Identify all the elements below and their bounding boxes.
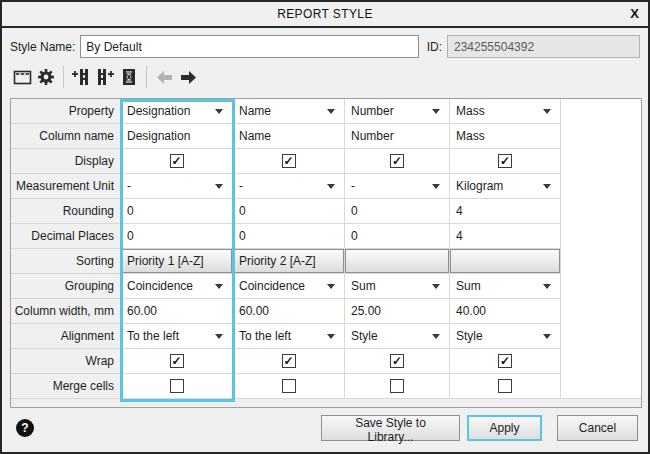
field-value: 0	[239, 204, 246, 218]
chevron-down-icon	[215, 334, 223, 339]
row-label-alignment: Alignment	[11, 324, 121, 349]
field-value: 60.00	[127, 304, 157, 318]
checkbox-wrap-mass[interactable]: ✓	[498, 354, 512, 368]
sorting-button-number[interactable]	[345, 249, 449, 273]
id-field: 234255504392	[447, 35, 640, 58]
checkbox-merge-cells-designation[interactable]	[170, 379, 184, 393]
checkbox-merge-cells-mass[interactable]	[498, 379, 512, 393]
cell-wrap-designation: ✓	[121, 349, 233, 374]
row-label-column-width-mm: Column width, mm	[11, 299, 121, 324]
sorting-button-mass[interactable]	[450, 249, 560, 273]
row-label-merge-cells: Merge cells	[11, 374, 121, 399]
combo-value: Style	[456, 329, 483, 343]
insert-column-left-icon[interactable]	[69, 65, 93, 89]
field-value: 0	[127, 229, 134, 243]
field-column-width-mm-designation[interactable]: 60.00	[121, 299, 233, 324]
checkbox-wrap-number[interactable]: ✓	[390, 354, 404, 368]
combo-value: -	[127, 179, 131, 193]
save-style-to-library-button[interactable]: Save Style to Library...	[321, 415, 460, 441]
field-decimal-places-number[interactable]: 0	[345, 224, 450, 249]
apply-button[interactable]: Apply	[467, 415, 542, 441]
chevron-down-icon	[543, 284, 551, 289]
field-rounding-name[interactable]: 0	[233, 199, 345, 224]
style-name-label: Style Name:	[10, 40, 75, 54]
field-value: 0	[239, 229, 246, 243]
field-column-name-name[interactable]: Name	[233, 124, 345, 149]
field-rounding-mass[interactable]: 4	[450, 199, 561, 224]
combo-measurement-unit-designation[interactable]: -	[121, 174, 233, 199]
field-column-name-designation[interactable]: Designation	[121, 124, 233, 149]
chevron-down-icon	[327, 109, 335, 114]
combo-value: Mass	[456, 104, 485, 118]
settings-gear-icon[interactable]	[34, 65, 58, 89]
checkbox-merge-cells-number[interactable]	[390, 379, 404, 393]
combo-property-number[interactable]: Number	[345, 99, 450, 124]
field-value: 0	[351, 204, 358, 218]
combo-grouping-number[interactable]: Sum	[345, 274, 450, 299]
field-column-name-number[interactable]: Number	[345, 124, 450, 149]
cell-wrap-name: ✓	[233, 349, 345, 374]
combo-property-designation[interactable]: Designation	[121, 99, 233, 124]
field-column-width-mm-name[interactable]: 60.00	[233, 299, 345, 324]
cancel-button[interactable]: Cancel	[557, 415, 638, 441]
insert-column-right-icon[interactable]	[93, 65, 117, 89]
sorting-button-name[interactable]: Priority 2 [A-Z]	[233, 249, 344, 273]
checkbox-display-name[interactable]: ✓	[282, 154, 296, 168]
move-column-right-icon[interactable]	[176, 65, 200, 89]
field-value: Designation	[127, 129, 190, 143]
checkbox-wrap-name[interactable]: ✓	[282, 354, 296, 368]
field-column-width-mm-mass[interactable]: 40.00	[450, 299, 561, 324]
cell-display-designation: ✓	[121, 149, 233, 174]
cell-merge-cells-designation	[121, 374, 233, 399]
report-columns-table: PropertyDesignationNameNumberMassColumn …	[10, 98, 642, 408]
combo-alignment-mass[interactable]: Style	[450, 324, 561, 349]
combo-property-name[interactable]: Name	[233, 99, 345, 124]
delete-column-icon[interactable]	[117, 65, 141, 89]
field-column-name-mass[interactable]: Mass	[450, 124, 561, 149]
help-icon[interactable]: ?	[16, 419, 34, 437]
dialog-title: REPORT STYLE	[277, 7, 373, 21]
combo-grouping-mass[interactable]: Sum	[450, 274, 561, 299]
field-decimal-places-mass[interactable]: 4	[450, 224, 561, 249]
combo-alignment-number[interactable]: Style	[345, 324, 450, 349]
checkbox-wrap-designation[interactable]: ✓	[170, 354, 184, 368]
combo-alignment-designation[interactable]: To the left	[121, 324, 233, 349]
chevron-down-icon	[543, 334, 551, 339]
field-rounding-number[interactable]: 0	[345, 199, 450, 224]
report-page-settings-icon[interactable]	[10, 65, 34, 89]
combo-value: Sum	[456, 279, 481, 293]
chevron-down-icon	[215, 109, 223, 114]
field-value: 4	[456, 229, 463, 243]
combo-measurement-unit-mass[interactable]: Kilogram	[450, 174, 561, 199]
combo-property-mass[interactable]: Mass	[450, 99, 561, 124]
table-bottom-strip	[11, 398, 641, 407]
field-value: 0	[127, 204, 134, 218]
id-label: ID:	[427, 40, 442, 54]
row-label-measurement-unit: Measurement Unit	[11, 174, 121, 199]
chevron-down-icon	[432, 184, 440, 189]
footer: ? Save Style to Library... Apply Cancel	[2, 408, 648, 452]
field-decimal-places-designation[interactable]: 0	[121, 224, 233, 249]
chevron-down-icon	[543, 184, 551, 189]
combo-value: Number	[351, 104, 394, 118]
checkbox-merge-cells-name[interactable]	[282, 379, 296, 393]
combo-alignment-name[interactable]: To the left	[233, 324, 345, 349]
field-decimal-places-name[interactable]: 0	[233, 224, 345, 249]
checkbox-display-designation[interactable]: ✓	[170, 154, 184, 168]
combo-measurement-unit-name[interactable]: -	[233, 174, 345, 199]
checkbox-display-number[interactable]: ✓	[390, 154, 404, 168]
field-column-width-mm-number[interactable]: 25.00	[345, 299, 450, 324]
row-label-property: Property	[11, 99, 121, 124]
close-icon[interactable]: X	[630, 6, 639, 22]
combo-grouping-name[interactable]: Coincidence	[233, 274, 345, 299]
sorting-button-designation[interactable]: Priority 1 [A-Z]	[121, 249, 232, 273]
combo-value: -	[239, 179, 243, 193]
cell-display-mass: ✓	[450, 149, 561, 174]
chevron-down-icon	[543, 109, 551, 114]
checkbox-display-mass[interactable]: ✓	[498, 154, 512, 168]
field-rounding-designation[interactable]: 0	[121, 199, 233, 224]
combo-measurement-unit-number[interactable]: -	[345, 174, 450, 199]
style-name-input[interactable]	[80, 35, 418, 58]
field-value: 40.00	[456, 304, 486, 318]
combo-grouping-designation[interactable]: Coincidence	[121, 274, 233, 299]
